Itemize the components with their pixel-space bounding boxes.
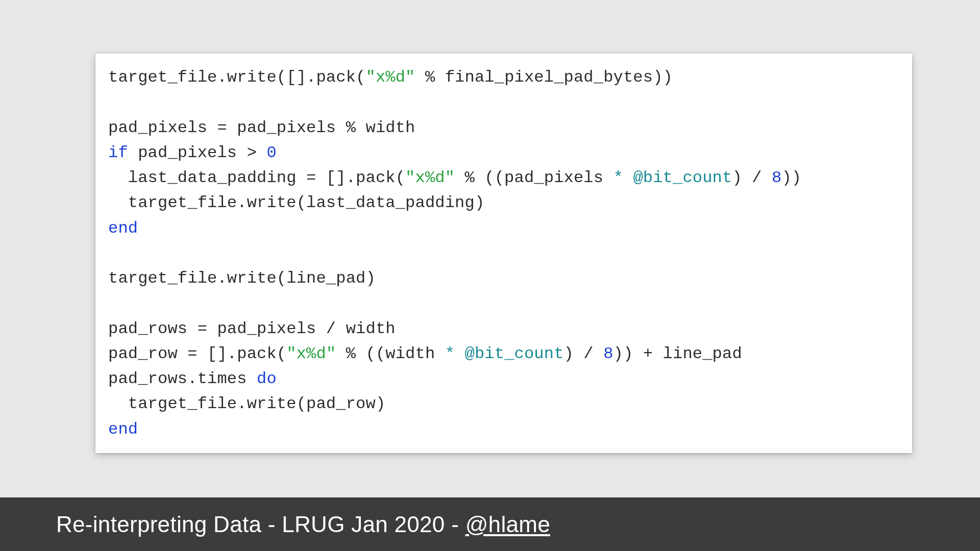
code-line-13: pad_rows.times do (108, 369, 277, 388)
code-line-9: target_file.write(line_pad) (108, 269, 376, 288)
footer-sep-1: - (261, 512, 282, 537)
footer-text: Re-interpreting Data - LRUG Jan 2020 - @… (56, 512, 550, 537)
footer-bar: Re-interpreting Data - LRUG Jan 2020 - @… (0, 497, 980, 551)
code-line-1: target_file.write([].pack("x%d" % final_… (108, 68, 673, 87)
code-block: target_file.write([].pack("x%d" % final_… (108, 65, 899, 442)
code-line-7: end (108, 219, 138, 238)
code-line-15: end (108, 420, 138, 439)
code-line-3: pad_pixels = pad_pixels % width (108, 118, 415, 137)
code-card: target_file.write([].pack("x%d" % final_… (95, 54, 912, 453)
code-line-14: target_file.write(pad_row) (108, 394, 385, 413)
footer-event: LRUG Jan 2020 (282, 512, 445, 537)
code-line-5: last_data_padding = [].pack("x%d" % ((pa… (108, 168, 801, 187)
code-line-6: target_file.write(last_data_padding) (108, 193, 484, 212)
footer-sep-2: - (445, 512, 465, 537)
code-line-12: pad_row = [].pack("x%d" % ((width * @bit… (108, 344, 742, 363)
code-line-4: if pad_pixels > 0 (108, 143, 277, 162)
code-line-11: pad_rows = pad_pixels / width (108, 319, 396, 338)
footer-handle[interactable]: @hlame (465, 512, 550, 537)
footer-title: Re-interpreting Data (56, 512, 261, 537)
